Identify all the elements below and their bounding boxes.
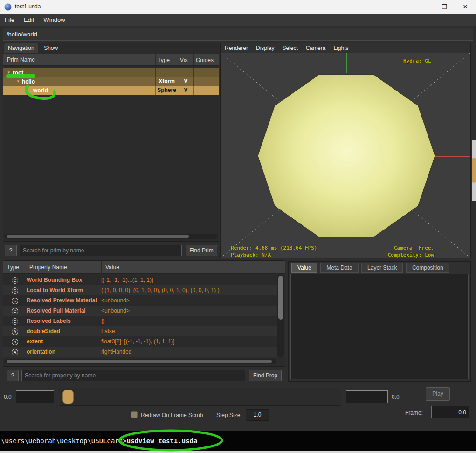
timeline-end-input[interactable] [346,390,388,403]
attribute-icon: A [12,349,18,355]
menu-edit[interactable]: Edit [19,16,39,23]
title-bar: test1.usda — ❐ ✕ [0,0,476,14]
col-property-name: Property Name [27,261,101,273]
prim-browser-panel: Navigation Show Prim Name Type Vis Guide… [3,43,219,242]
property-name[interactable]: doubleSided [27,328,101,335]
menu-window[interactable]: Window [39,16,69,23]
frame-label: Frame: [405,410,423,416]
menu-bar: File Edit Window [0,14,476,26]
window-title: test1.usda [15,3,41,10]
prim-vis[interactable] [178,68,193,77]
right-edge-scrollbar[interactable] [472,140,476,201]
property-row[interactable]: A doubleSided False [3,326,277,336]
tab-layer-stack[interactable]: Layer Stack [361,263,403,273]
find-prim-button[interactable]: Find Prim [186,245,217,256]
detail-content [290,274,469,379]
col-type: Type [3,264,27,271]
prim-vis[interactable]: V [178,77,193,86]
property-name[interactable]: Resolved Full Material [27,307,101,314]
property-name[interactable]: Resolved Labels [27,318,101,324]
prim-guides [193,86,219,95]
tree-row-world-selected[interactable]: world Sphere V [3,86,219,95]
expander-icon[interactable]: ▼ [16,79,22,84]
computed-icon: C [12,308,18,314]
sphere-polygon[interactable] [258,75,435,237]
prim-search-input[interactable] [20,245,182,256]
timeline-slider-handle[interactable] [62,390,74,404]
viewport-menu: Renderer Display Select Camera Lights [221,43,470,53]
timeline-slider[interactable] [60,388,341,406]
prim-name[interactable]: root [13,70,23,76]
prim-vis[interactable]: V [178,86,193,95]
computed-icon: C [12,298,18,304]
menu-renderer[interactable]: Renderer [225,45,248,51]
play-button[interactable]: Play [426,387,450,401]
complexity-stat: Complexity: Low [388,252,434,258]
col-vis: Vis [178,54,193,65]
property-header: Type Property Name Value [3,261,285,274]
property-name[interactable]: Resolved Preview Material [27,297,101,304]
tree-row-hello[interactable]: ▼ hello Xform V [3,77,219,86]
menu-display[interactable]: Display [256,45,274,51]
tab-meta-data[interactable]: Meta Data [320,263,358,273]
expander-icon[interactable]: ▼ [7,70,13,75]
app-icon [4,3,12,11]
prim-path-field[interactable]: /hello/world [3,28,473,41]
property-hscrollbar[interactable] [4,359,276,364]
prim-name[interactable]: world [33,87,48,94]
right-edge-scroll-thumb[interactable] [472,158,476,183]
find-prop-button[interactable]: Find Prop [249,370,282,381]
step-size-input[interactable]: 1.0 [246,409,269,421]
property-row[interactable]: C World Bounding Box [(-1, -1, -1)...(1,… [3,275,277,285]
maximize-button[interactable]: ❐ [434,0,455,14]
frame-input[interactable] [431,406,469,418]
property-search-input[interactable] [21,370,245,381]
property-vscroll-thumb[interactable] [278,276,283,320]
property-row[interactable]: C Local to World Xform ( (1, 0, 0, 0), (… [3,285,277,295]
menu-lights[interactable]: Lights [333,45,348,51]
property-vscrollbar[interactable] [277,275,284,357]
property-name[interactable]: orientation [27,348,101,355]
terminal-bar[interactable]: \Users\Deborah\Desktop\USDLearn>usdview … [0,431,476,451]
bottom-edge [0,451,476,453]
tab-composition[interactable]: Composition [406,263,449,273]
col-value: Value [101,261,285,273]
tab-value[interactable]: Value [291,263,317,273]
property-row[interactable]: A extent float3[2]: [(-1, -1, -1), (1, 1… [3,336,277,347]
detail-tabs: Value Meta Data Layer Stack Composition [291,263,450,273]
menu-select[interactable]: Select [282,45,297,51]
prim-tree-hscroll-thumb[interactable] [7,235,189,238]
tree-row-root[interactable]: ▼ root [3,68,219,77]
tab-show[interactable]: Show [40,43,62,53]
prim-tree-hscrollbar[interactable] [4,234,218,239]
timeline-end-label: 0.0 [392,394,400,400]
prim-tree-header: Prim Name Type Vis Guides [3,54,219,66]
playback-stat: Playback: N/A [231,252,271,258]
menu-camera[interactable]: Camera [306,45,326,51]
property-row[interactable]: C Resolved Labels {} [3,316,277,326]
property-name[interactable]: World Bounding Box [27,277,101,283]
tab-navigation[interactable]: Navigation [4,43,38,53]
camera-stat: Camera: Free. [394,245,434,251]
property-search-help-button[interactable]: ? [7,370,19,381]
minimize-button[interactable]: — [412,0,434,14]
property-row[interactable]: A orientation rightHanded [3,347,277,357]
property-row[interactable]: C Resolved Preview Material <unbound> [3,295,277,306]
prim-search-help-button[interactable]: ? [5,245,17,256]
property-value: float3[2]: [(-1, -1, -1), (1, 1, 1)] [101,338,277,345]
redraw-checkbox[interactable] [131,411,138,418]
prim-name[interactable]: hello [22,78,35,85]
viewport-canvas[interactable] [221,53,470,258]
menu-file[interactable]: File [0,16,19,23]
terminal-prompt: \Users\Deborah\Desktop\USDLearn> [0,437,127,445]
property-hscroll-thumb[interactable] [7,360,272,363]
close-button[interactable]: ✕ [455,0,476,14]
property-name[interactable]: extent [27,338,101,345]
property-name[interactable]: Local to World Xform [27,287,101,293]
col-prim-name: Prim Name [3,56,155,63]
timeline-start-input[interactable] [16,390,54,403]
property-row[interactable]: C Resolved Full Material <unbound> [3,306,277,316]
terminal-command: usdview test1.usda [127,437,198,445]
computed-icon: C [12,318,18,325]
prim-type [155,68,178,77]
